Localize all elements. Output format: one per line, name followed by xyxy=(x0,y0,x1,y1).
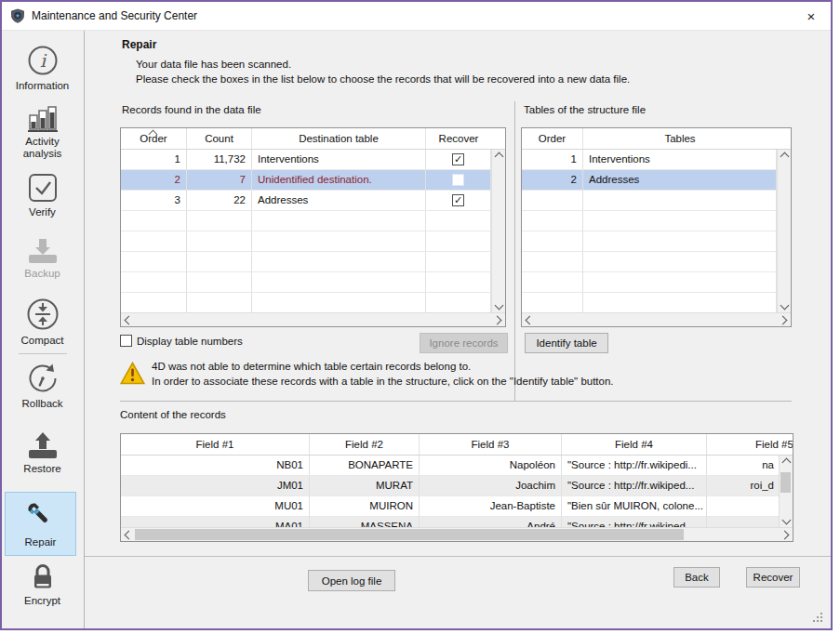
vertical-scrollbar[interactable] xyxy=(779,456,793,527)
cell-field4: "Source : http://fr.wikiped... xyxy=(562,476,707,495)
scroll-right-icon[interactable] xyxy=(493,315,502,324)
page-title: Repair xyxy=(122,38,156,51)
cell-field2: MUIRON xyxy=(310,496,420,516)
table-row[interactable]: 3 22 Addresses ✓ xyxy=(121,191,505,211)
column-header-order[interactable]: Order xyxy=(522,128,583,149)
empty-row xyxy=(121,272,505,293)
scrollbar-thumb[interactable] xyxy=(780,472,791,493)
warning-icon xyxy=(120,362,145,385)
empty-row xyxy=(121,231,505,252)
scroll-right-icon[interactable] xyxy=(780,530,790,539)
footer-divider xyxy=(85,556,831,557)
scroll-right-icon[interactable] xyxy=(779,315,788,324)
table-row-selected[interactable]: 2 Addresses xyxy=(522,170,791,191)
recover-checkbox-checked[interactable]: ✓ xyxy=(452,153,464,165)
record-row[interactable]: JM01 MURAT Joachim "Source : http://fr.w… xyxy=(121,476,793,496)
horizontal-scrollbar[interactable] xyxy=(121,312,505,326)
information-icon: i xyxy=(26,44,60,77)
scroll-left-icon[interactable] xyxy=(125,530,134,539)
scroll-left-icon[interactable] xyxy=(526,315,535,324)
cell-destination: Interventions xyxy=(252,150,426,169)
checkbox-check-icon xyxy=(27,172,59,204)
cell-order: 2 xyxy=(522,170,583,190)
cell-table-name: Interventions xyxy=(583,150,777,169)
recover-checkbox-unchecked[interactable] xyxy=(452,174,464,186)
display-table-numbers-label: Display table numbers xyxy=(137,336,243,347)
cell-count: 11,732 xyxy=(187,150,252,169)
horizontal-scrollbar[interactable] xyxy=(121,527,793,541)
cell-field1: NB01 xyxy=(121,456,310,475)
sidebar-item-label: Backup xyxy=(24,268,60,280)
column-header-field3[interactable]: Field #3 xyxy=(420,434,562,455)
vertical-scrollbar[interactable] xyxy=(491,150,505,312)
section-divider xyxy=(120,401,792,402)
cell-count: 22 xyxy=(187,191,252,210)
vertical-scrollbar[interactable] xyxy=(777,150,791,312)
cell-destination: Unidentified destination. xyxy=(252,170,426,190)
sidebar-item-repair[interactable]: Repair xyxy=(5,492,76,556)
column-header-tables[interactable]: Tables xyxy=(583,128,777,149)
cell-order: 3 xyxy=(121,191,187,210)
column-header-field4[interactable]: Field #4 xyxy=(562,434,707,455)
records-table-label: Records found in the data file xyxy=(122,104,261,115)
maintenance-security-center-window: Maintenance and Security Center × i Info… xyxy=(0,0,833,630)
display-table-numbers-checkbox[interactable] xyxy=(120,335,132,347)
sidebar-item-compact[interactable]: Compact xyxy=(2,297,83,347)
sidebar-item-encrypt[interactable]: Encrypt xyxy=(2,562,83,607)
scroll-left-icon[interactable] xyxy=(125,315,134,324)
column-header-field1[interactable]: Field #1 xyxy=(121,434,310,455)
sidebar-item-label: Repair xyxy=(25,536,57,548)
svg-text:i: i xyxy=(39,50,47,71)
scroll-up-icon[interactable] xyxy=(494,152,503,162)
cell-field1: JM01 xyxy=(121,476,310,495)
record-row[interactable]: MU01 MUIRON Jean-Baptiste "Bien sûr MUIR… xyxy=(121,496,793,517)
sidebar-item-restore[interactable]: Restore xyxy=(2,430,83,475)
sidebar-item-activity-analysis[interactable]: Activity analysis xyxy=(2,103,83,160)
empty-row xyxy=(522,191,791,211)
close-button[interactable]: × xyxy=(792,2,831,30)
record-row-clipped[interactable]: MA01 MASSENA André "Source : http://fr.w… xyxy=(121,517,793,527)
table-header: Field #1 Field #2 Field #3 Field #4 Fiel… xyxy=(121,434,793,456)
table-row[interactable]: 1 Interventions xyxy=(522,150,791,170)
horizontal-scrollbar[interactable] xyxy=(522,312,791,326)
recover-checkbox-checked[interactable]: ✓ xyxy=(452,194,464,206)
empty-row xyxy=(522,293,791,313)
column-header-recover[interactable]: Recover xyxy=(426,128,491,149)
records-found-table[interactable]: Order Count Destination table Recover 1 … xyxy=(120,127,506,327)
open-log-file-button[interactable]: Open log file xyxy=(308,570,395,591)
scroll-up-icon[interactable] xyxy=(781,458,791,468)
cell-recover: ✓ xyxy=(426,150,491,169)
repair-panel: Repair Your data file has been scanned. … xyxy=(85,31,831,628)
back-button[interactable]: Back xyxy=(673,567,720,588)
cell-recover xyxy=(426,170,491,190)
record-row[interactable]: NB01 BONAPARTE Napoléon "Source : http:/… xyxy=(121,456,793,476)
sidebar-item-label: Activity analysis xyxy=(15,136,71,160)
sidebar-item-rollback[interactable]: Rollback xyxy=(2,362,83,410)
resize-grip[interactable] xyxy=(813,613,823,623)
scroll-up-icon[interactable] xyxy=(780,152,789,162)
scroll-down-icon[interactable] xyxy=(781,516,791,525)
empty-row xyxy=(522,272,791,293)
identify-table-button[interactable]: Identify table xyxy=(525,333,608,353)
scroll-down-icon[interactable] xyxy=(780,301,789,310)
column-header-order[interactable]: Order xyxy=(121,128,187,149)
sidebar-item-verify[interactable]: Verify xyxy=(2,172,83,218)
table-header: Order Tables xyxy=(522,128,791,150)
display-table-numbers-row[interactable]: Display table numbers xyxy=(120,335,243,347)
window-title: Maintenance and Security Center xyxy=(32,9,197,22)
column-header-destination[interactable]: Destination table xyxy=(252,128,426,149)
sidebar-item-label: Rollback xyxy=(21,398,62,410)
recover-button[interactable]: Recover xyxy=(746,567,800,588)
record-content-table[interactable]: Field #1 Field #2 Field #3 Field #4 Fiel… xyxy=(120,433,793,542)
structure-tables-table[interactable]: Order Tables 1 Interventions 2 Addresses xyxy=(521,127,792,327)
column-header-count[interactable]: Count xyxy=(187,128,252,149)
scroll-down-icon[interactable] xyxy=(494,301,503,310)
table-row[interactable]: 1 11,732 Interventions ✓ xyxy=(121,150,505,170)
sidebar-item-information[interactable]: i Information xyxy=(2,44,83,92)
column-header-field2[interactable]: Field #2 xyxy=(310,434,420,455)
cell-field3: Joachim xyxy=(420,476,562,495)
table-row-selected[interactable]: 2 7 Unidentified destination. xyxy=(121,170,505,191)
scrollbar-thumb[interactable] xyxy=(135,529,684,540)
column-header-field5[interactable]: Field #5 xyxy=(707,434,793,455)
cell-field3: André xyxy=(420,517,562,527)
